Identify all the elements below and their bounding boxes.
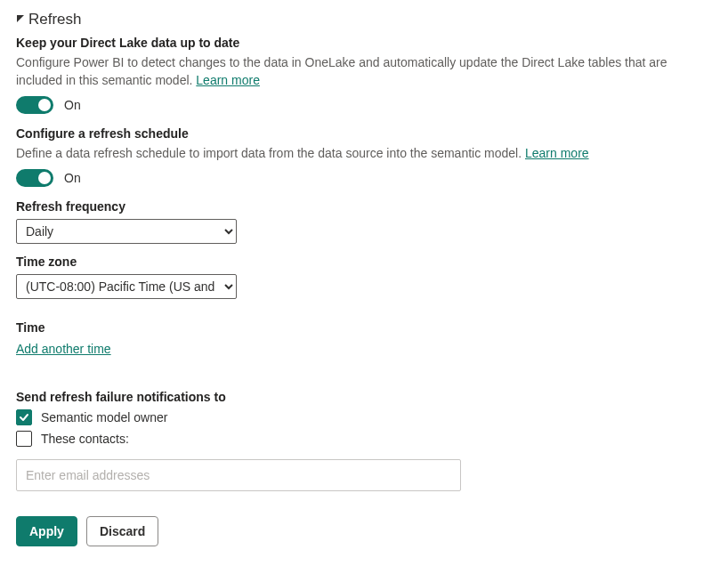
schedule-description: Define a data refresh schedule to import…	[16, 144, 712, 162]
timezone-select[interactable]: (UTC-08:00) Pacific Time (US and Canada)	[16, 274, 237, 299]
notify-contacts-checkbox[interactable]	[16, 431, 32, 447]
section-title: Refresh	[28, 11, 82, 28]
direct-lake-toggle-label: On	[64, 98, 81, 112]
frequency-select[interactable]: Daily	[16, 219, 237, 244]
discard-button[interactable]: Discard	[86, 516, 158, 546]
collapse-triangle-icon	[16, 14, 25, 25]
notify-heading: Send refresh failure notifications to	[16, 390, 712, 404]
time-label: Time	[16, 320, 712, 335]
schedule-heading: Configure a refresh schedule	[16, 126, 712, 141]
direct-lake-heading: Keep your Direct Lake data up to date	[16, 36, 712, 50]
frequency-label: Refresh frequency	[16, 199, 712, 214]
timezone-label: Time zone	[16, 255, 712, 269]
schedule-toggle-label: On	[64, 171, 81, 185]
section-header[interactable]: Refresh	[16, 11, 712, 28]
schedule-learn-more-link[interactable]: Learn more	[525, 146, 589, 160]
notify-contacts-label: These contacts:	[41, 432, 129, 446]
notify-owner-checkbox[interactable]	[16, 409, 32, 425]
direct-lake-description: Configure Power BI to detect changes to …	[16, 53, 712, 89]
contacts-email-input[interactable]	[16, 459, 461, 491]
schedule-toggle[interactable]	[16, 169, 53, 187]
notify-owner-label: Semantic model owner	[41, 410, 167, 424]
direct-lake-learn-more-link[interactable]: Learn more	[196, 73, 260, 87]
direct-lake-toggle[interactable]	[16, 96, 53, 114]
add-time-link[interactable]: Add another time	[16, 342, 111, 356]
apply-button[interactable]: Apply	[16, 516, 77, 546]
